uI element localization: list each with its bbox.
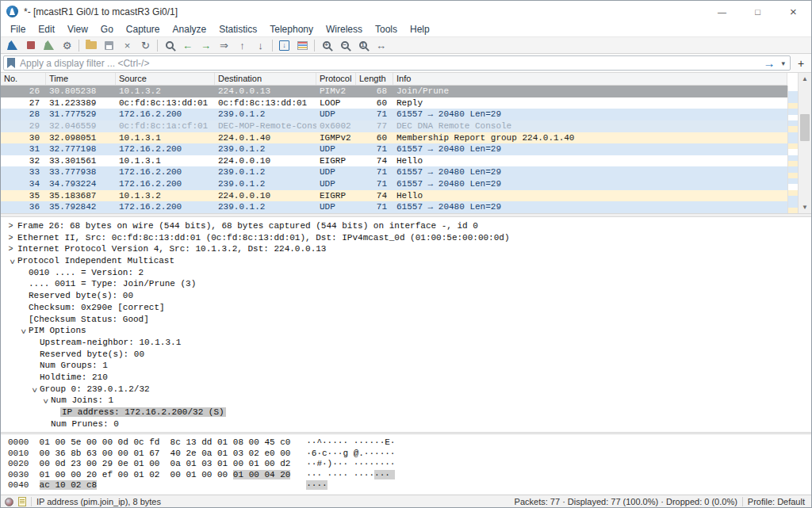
column-header-no[interactable]: No. xyxy=(1,73,46,85)
expand-caret-icon[interactable]: > xyxy=(6,221,16,233)
packet-no: 26 xyxy=(1,86,46,97)
detail-line[interactable]: Checksum: 0x290e [correct] xyxy=(1,302,811,314)
close-file-button[interactable]: × xyxy=(118,37,136,53)
detail-line[interactable]: Num Groups: 1 xyxy=(1,360,811,372)
packet-row-31[interactable]: 3132.777198172.16.2.200239.0.1.2UDP71615… xyxy=(1,143,787,155)
detail-line[interactable]: >Internet Protocol Version 4, Src: 10.1.… xyxy=(1,243,811,255)
go-back-button[interactable]: ← xyxy=(178,37,197,53)
capture-comment-icon[interactable] xyxy=(18,497,26,506)
packet-row-32[interactable]: 3233.30156110.1.3.1224.0.0.10EIGRP74Hell… xyxy=(1,155,787,167)
menu-capture[interactable]: Capture xyxy=(120,24,167,35)
menu-file[interactable]: File xyxy=(4,24,32,35)
detail-line[interactable]: >PIM Options xyxy=(1,325,811,337)
detail-line[interactable]: Reserved byte(s): 00 xyxy=(1,290,811,302)
open-file-button[interactable] xyxy=(82,37,100,53)
expert-info-icon[interactable] xyxy=(5,498,13,506)
find-packet-button[interactable] xyxy=(160,37,178,53)
go-to-packet-button[interactable]: ⇒ xyxy=(215,37,233,53)
detail-line[interactable]: >Frame 26: 68 bytes on wire (544 bits), … xyxy=(1,220,811,232)
packet-row-28[interactable]: 2831.777529172.16.2.200239.0.1.2UDP71615… xyxy=(1,109,787,120)
expand-caret-icon[interactable]: > xyxy=(6,244,16,256)
hex-row[interactable]: 001000 36 8b 63 00 00 01 67 40 2e 0a 01 … xyxy=(8,449,811,460)
start-capture-button[interactable] xyxy=(3,37,21,53)
column-header-length[interactable]: Length xyxy=(356,73,393,85)
expand-caret-icon[interactable]: > xyxy=(27,384,39,395)
capture-options-button[interactable]: ⚙ xyxy=(58,37,76,53)
packet-list-minimap[interactable] xyxy=(787,86,798,213)
zoom-in-button[interactable]: + xyxy=(317,37,335,53)
scroll-up-icon[interactable]: ▲ xyxy=(799,73,811,85)
last-packet-button[interactable]: ↓ xyxy=(251,37,270,53)
detail-line[interactable]: [Checksum Status: Good] xyxy=(1,314,811,326)
stop-capture-button[interactable] xyxy=(21,37,40,53)
minimize-button[interactable]: — xyxy=(704,1,740,22)
reload-button[interactable]: ↻ xyxy=(136,37,155,53)
hex-row[interactable]: 000001 00 5e 00 00 0d 0c fd 8c 13 dd 01 … xyxy=(8,437,811,449)
add-filter-button[interactable]: + xyxy=(795,57,807,70)
packet-info: Membership Report group 224.0.1.40 xyxy=(393,132,787,144)
profile-selector[interactable]: Profile: Default xyxy=(748,497,805,506)
menu-analyze[interactable]: Analyze xyxy=(167,24,213,35)
detail-line[interactable]: .... 0011 = Type: Join/Prune (3) xyxy=(1,278,811,290)
detail-text: Protocol Independent Multicast xyxy=(16,256,176,265)
expand-caret-icon[interactable]: > xyxy=(5,257,17,267)
menu-tools[interactable]: Tools xyxy=(369,24,404,35)
packet-row-35[interactable]: 3535.18368710.1.3.2224.0.0.10EIGRP74Hell… xyxy=(1,190,787,202)
column-header-time[interactable]: Time xyxy=(46,73,116,85)
menu-telephony[interactable]: Telephony xyxy=(263,24,320,35)
menu-go[interactable]: Go xyxy=(94,24,120,35)
detail-line[interactable]: >Num Joins: 1 xyxy=(1,395,811,407)
filter-bookmark-icon[interactable] xyxy=(7,58,15,68)
detail-line[interactable]: Reserved byte(s): 00 xyxy=(1,349,811,361)
column-header-info[interactable]: Info xyxy=(393,73,787,85)
menu-statistics[interactable]: Statistics xyxy=(213,24,263,35)
detail-line[interactable]: 0010 .... = Version: 2 xyxy=(1,267,811,279)
column-header-source[interactable]: Source xyxy=(116,73,215,85)
packet-row-26[interactable]: 2630.80523810.1.3.2224.0.0.13PIMv268Join… xyxy=(1,86,787,97)
hex-row[interactable]: 002000 0d 23 00 29 0e 01 00 0a 01 03 01 … xyxy=(8,459,811,470)
restart-capture-button[interactable] xyxy=(40,37,58,53)
menu-view[interactable]: View xyxy=(61,24,94,35)
close-button[interactable]: × xyxy=(776,1,811,22)
apply-filter-icon[interactable]: → xyxy=(763,57,775,69)
zoom-out-button[interactable]: − xyxy=(335,37,354,53)
hex-offset: 0020 xyxy=(8,459,29,470)
resize-columns-button[interactable]: ↔ xyxy=(372,37,390,53)
scroll-down-icon[interactable]: ▼ xyxy=(799,201,811,213)
hex-row[interactable]: 003001 00 00 20 ef 00 01 02 00 01 00 00 … xyxy=(8,470,811,481)
expand-caret-icon[interactable]: > xyxy=(38,396,50,407)
column-header-protocol[interactable]: Protocol xyxy=(316,73,356,85)
display-filter-input[interactable]: → ▾ xyxy=(3,55,791,71)
detail-line[interactable]: >Ethernet II, Src: 0c:fd:8c:13:dd:01 (0c… xyxy=(1,232,811,244)
auto-scroll-button[interactable]: ↓ xyxy=(275,37,293,53)
colorize-button[interactable] xyxy=(293,37,312,53)
zoom-100-button[interactable]: 1 xyxy=(354,37,372,53)
packet-row-30[interactable]: 3032.09805110.1.3.1224.0.1.40IGMPv260Mem… xyxy=(1,132,787,144)
filter-dropdown-icon[interactable]: ▾ xyxy=(779,59,787,67)
maximize-button[interactable]: □ xyxy=(740,1,776,22)
detail-line[interactable]: Holdtime: 210 xyxy=(1,372,811,384)
menu-help[interactable]: Help xyxy=(404,24,436,35)
hex-row[interactable]: 0040ac 10 02 c8···· xyxy=(8,480,811,491)
first-packet-button[interactable]: ↑ xyxy=(233,37,251,53)
filter-text-field[interactable] xyxy=(20,58,758,69)
packet-list-scrollbar[interactable]: ▲ ▼ xyxy=(798,73,811,213)
packet-row-29[interactable]: 2932.0465590c:fd:8c:1a:cf:01DEC-MOP-Remo… xyxy=(1,120,787,132)
expand-caret-icon[interactable]: > xyxy=(16,327,28,337)
detail-line[interactable]: IP address: 172.16.2.200/32 (S) xyxy=(1,407,811,418)
detail-line[interactable]: >Group 0: 239.0.1.2/32 xyxy=(1,384,811,395)
detail-line[interactable]: >Protocol Independent Multicast xyxy=(1,255,811,267)
detail-line[interactable]: Num Prunes: 0 xyxy=(1,418,811,430)
menu-edit[interactable]: Edit xyxy=(32,24,61,35)
menu-wireless[interactable]: Wireless xyxy=(320,24,369,35)
packet-row-34[interactable]: 3434.793224172.16.2.200239.0.1.2UDP71615… xyxy=(1,178,787,190)
packet-row-27[interactable]: 2731.2233890c:fd:8c:13:dd:010c:fd:8c:13:… xyxy=(1,97,787,109)
detail-line[interactable]: Upstream-neighbor: 10.1.3.1 xyxy=(1,337,811,349)
column-header-destination[interactable]: Destination xyxy=(215,73,316,85)
save-file-button[interactable] xyxy=(100,37,118,53)
scroll-thumb[interactable] xyxy=(800,114,810,141)
packet-row-36[interactable]: 3635.792842172.16.2.200239.0.1.2UDP71615… xyxy=(1,201,787,213)
packet-row-33[interactable]: 3333.777938172.16.2.200239.0.1.2UDP71615… xyxy=(1,166,787,178)
expand-caret-icon[interactable]: > xyxy=(6,233,16,245)
go-forward-button[interactable]: → xyxy=(197,37,215,53)
